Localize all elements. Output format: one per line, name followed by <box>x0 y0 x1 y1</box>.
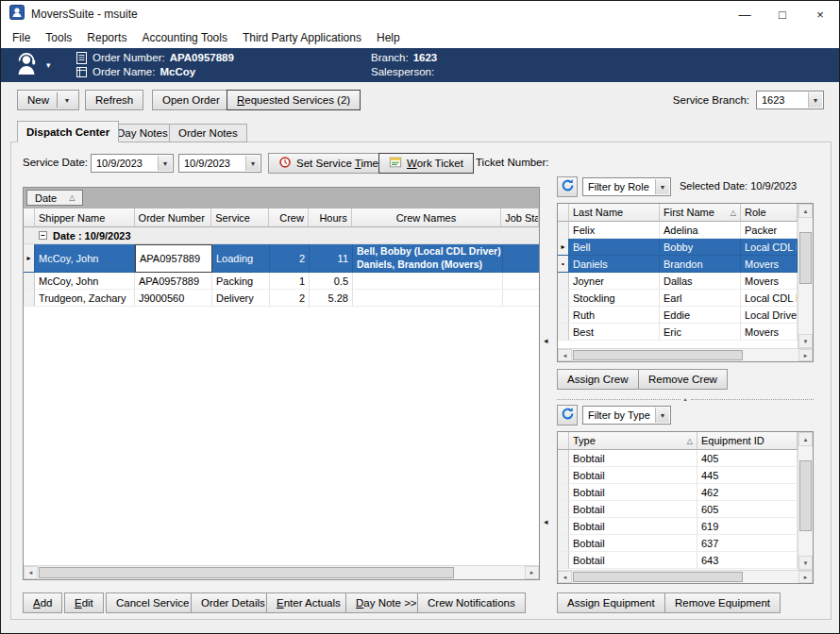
main-right-splitter[interactable]: ◂ ◂ <box>542 187 553 580</box>
service-date-to-combo[interactable]: 10/9/2023 ▾ <box>178 154 261 173</box>
cell-first-name[interactable]: Dallas <box>660 273 741 290</box>
header-last-name[interactable]: Last Name <box>569 204 660 222</box>
day-note-button[interactable]: Day Note >> <box>345 592 428 613</box>
cell-hours[interactable]: 5.28 <box>310 290 353 307</box>
equipment-grid-vscrollbar[interactable]: ▴ ▾ <box>798 432 813 570</box>
cell-order-number[interactable]: APA0957889 <box>135 273 212 290</box>
cell-job-status[interactable] <box>503 290 540 307</box>
cell-hours[interactable]: 11 <box>310 244 353 273</box>
menu-third-party-applications[interactable]: Third Party Applications <box>235 29 369 46</box>
cell-service[interactable]: Packing <box>212 273 270 290</box>
cell-first-name[interactable]: Eric <box>660 324 741 341</box>
cell-role[interactable]: Local CDL Driver <box>741 290 798 307</box>
cell-role[interactable]: Movers <box>741 273 798 290</box>
service-date-from-dropdown-icon[interactable]: ▾ <box>158 156 172 171</box>
scroll-thumb[interactable] <box>39 567 454 578</box>
cell-last-name[interactable]: Joyner <box>569 273 660 290</box>
service-date-to-dropdown-icon[interactable]: ▾ <box>245 156 260 171</box>
header-job-status[interactable]: Job Status <box>501 209 539 227</box>
tab-dispatch-center[interactable]: Dispatch Center <box>17 121 119 142</box>
equipment-row[interactable]: Bobtail 445 <box>558 467 798 484</box>
scroll-thumb[interactable] <box>799 460 812 531</box>
cell-first-name[interactable]: Brandon <box>660 256 741 273</box>
scroll-right-icon[interactable]: ▸ <box>798 571 813 583</box>
crew-grid-vscrollbar[interactable]: ▴ ▾ <box>798 204 813 348</box>
menu-accounting-tools[interactable]: Accounting Tools <box>134 29 235 46</box>
collapse-group-icon[interactable]: − <box>39 231 47 240</box>
crew-equipment-splitter[interactable]: ▴ <box>557 395 814 403</box>
cell-last-name[interactable]: Ruth <box>569 307 660 324</box>
cancel-service-button[interactable]: Cancel Service <box>106 592 199 613</box>
filter-by-type-combo[interactable]: Filter by Type ▾ <box>582 406 671 425</box>
cell-first-name[interactable]: Earl <box>660 290 741 307</box>
equipment-row[interactable]: Bobtail 462 <box>558 484 798 501</box>
cell-shipper-name[interactable]: McCoy, John <box>35 244 135 273</box>
crew-grid-hscrollbar[interactable]: ◂ ▸ <box>558 348 813 361</box>
cell-shipper-name[interactable]: McCoy, John <box>35 273 135 290</box>
cell-crew-names[interactable] <box>353 290 503 307</box>
menu-file[interactable]: File <box>5 29 38 46</box>
cell-role[interactable]: Movers <box>741 324 798 341</box>
scroll-thumb[interactable] <box>799 232 812 284</box>
minimize-button[interactable]: — <box>726 1 764 27</box>
header-equipment-id[interactable]: Equipment ID <box>697 432 798 450</box>
equipment-row[interactable]: Bobtail 643 <box>558 552 798 569</box>
menu-tools[interactable]: Tools <box>38 29 79 46</box>
equipment-row[interactable]: Bobtail 605 <box>558 501 798 518</box>
equipment-row[interactable]: Bobtail 637 <box>558 535 798 552</box>
refresh-equipment-button[interactable] <box>557 405 578 425</box>
header-shipper-name[interactable]: Shipper Name <box>35 209 135 227</box>
work-ticket-button[interactable]: Work Ticket <box>378 153 474 174</box>
cell-first-name[interactable]: Eddie <box>660 307 741 324</box>
services-grid-hscrollbar[interactable]: ◂ ▸ <box>24 565 539 579</box>
service-branch-dropdown-icon[interactable]: ▾ <box>808 92 822 108</box>
cell-first-name[interactable]: Adelina <box>660 222 741 239</box>
maximize-button[interactable]: □ <box>764 1 801 27</box>
header-role[interactable]: Role <box>741 204 798 222</box>
scroll-down-icon[interactable]: ▾ <box>798 556 813 570</box>
edit-button[interactable]: Edit <box>64 592 104 613</box>
scroll-down-icon[interactable]: ▾ <box>798 334 813 348</box>
cell-equipment-id[interactable]: 619 <box>697 518 798 535</box>
scroll-left-icon[interactable]: ◂ <box>558 349 572 361</box>
scroll-up-icon[interactable]: ▴ <box>798 432 813 446</box>
refresh-button[interactable]: Refresh <box>85 90 143 110</box>
header-type[interactable]: Type △ <box>569 432 697 450</box>
service-row[interactable]: McCoy, John APA0957889 Packing 1 0.5 <box>24 273 540 290</box>
crew-row[interactable]: Joyner Dallas Movers <box>558 273 798 290</box>
cell-equipment-id[interactable]: 637 <box>697 535 798 552</box>
scroll-left-icon[interactable]: ◂ <box>24 566 38 579</box>
requested-services-button[interactable]: Requested Services (2) <box>227 90 361 110</box>
cell-equipment-id[interactable]: 605 <box>697 501 798 518</box>
cell-hours[interactable]: 0.5 <box>310 273 353 290</box>
scroll-right-icon[interactable]: ▸ <box>525 566 539 579</box>
cell-role[interactable]: Packer <box>741 222 798 239</box>
service-row[interactable]: ▸ McCoy, John APA0957889 Loading 2 11 Be… <box>24 244 540 273</box>
cell-last-name[interactable]: Felix <box>569 222 660 239</box>
cell-shipper-name[interactable]: Trudgeon, Zachary <box>35 290 135 307</box>
cell-role[interactable]: Local CDL Driver <box>741 239 798 256</box>
cell-type[interactable]: Bobtail <box>569 484 697 501</box>
cell-equipment-id[interactable]: 643 <box>697 552 798 569</box>
cell-role[interactable]: Local Driver <box>741 307 798 324</box>
cell-type[interactable]: Bobtail <box>569 467 697 484</box>
enter-actuals-button[interactable]: Enter Actuals <box>266 592 351 613</box>
cell-type[interactable]: Bobtail <box>569 518 697 535</box>
tab-order-notes[interactable]: Order Notes <box>169 124 247 142</box>
header-crew-names[interactable]: Crew Names <box>352 209 501 227</box>
cell-crew[interactable]: 2 <box>270 244 310 273</box>
dispatcher-logo-icon[interactable] <box>13 52 43 81</box>
menu-reports[interactable]: Reports <box>79 29 134 46</box>
cell-equipment-id[interactable]: 462 <box>697 484 798 501</box>
splitter-collapse-icon[interactable]: ◂ <box>544 336 548 345</box>
equipment-row[interactable]: Bobtail 405 <box>558 450 798 467</box>
scroll-track[interactable] <box>798 218 813 334</box>
crew-row[interactable]: • Daniels Brandon Movers <box>558 256 798 273</box>
scroll-thumb[interactable] <box>573 350 743 360</box>
add-button[interactable]: Add <box>23 592 62 613</box>
new-dropdown-icon[interactable]: ▾ <box>62 96 69 105</box>
equipment-grid-hscrollbar[interactable]: ◂ ▸ <box>558 570 813 583</box>
group-by-date-chip[interactable]: Date △ <box>26 190 83 206</box>
service-date-from-combo[interactable]: 10/9/2023 ▾ <box>91 154 174 173</box>
cell-last-name[interactable]: Daniels <box>569 256 660 273</box>
